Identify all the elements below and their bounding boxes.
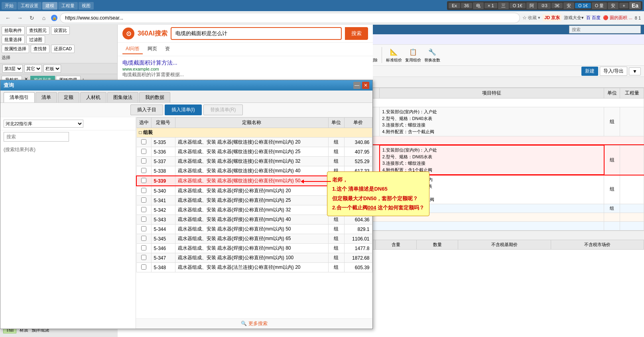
unit-z00233: [604, 213, 620, 222]
find-element-btn[interactable]: 查找图元: [26, 26, 49, 35]
table-row[interactable]: 5-346 疏水器组成、安装 疏水器(焊接)公称直径(mm以内) 80 组 14…: [136, 244, 372, 253]
import-export-btn[interactable]: 导入/导出: [600, 67, 627, 76]
so-nav-web[interactable]: 网页: [144, 44, 160, 54]
batch-select-btn[interactable]: 批量选择: [2, 35, 25, 44]
tab-quota[interactable]: 定额: [58, 92, 79, 102]
library-select[interactable]: 河北22指引库: [4, 120, 83, 128]
row-check-10[interactable]: [141, 236, 146, 241]
filter-element-btn[interactable]: 过滤图: [26, 35, 45, 44]
insert-sub-btn[interactable]: 插入子目: [130, 104, 163, 115]
group-bookmark[interactable]: 🔴 圆的面积 ...: [603, 15, 632, 21]
set-ratio-btn[interactable]: 设置比: [51, 26, 70, 35]
row-check-8[interactable]: [141, 217, 146, 222]
toolbar-reuse-price[interactable]: 📋 复用组价: [404, 46, 422, 64]
table-row[interactable]: 5-343 疏水器组成、安装 疏水器(焊接)公称直径(mm以内) 40 组 60…: [136, 215, 372, 225]
dialog-titlebar: 查询 — ✕: [0, 80, 372, 91]
taskbar-model[interactable]: 建模: [42, 2, 57, 10]
row-check-9[interactable]: [141, 226, 146, 231]
row-check-3[interactable]: [141, 168, 146, 173]
jd-icon[interactable]: JD 京东: [543, 14, 561, 21]
so-result-title[interactable]: 电缆截面积计算方法...: [122, 59, 368, 67]
so-logo-icon: ⊙: [122, 28, 134, 39]
row-check-2[interactable]: [141, 158, 146, 164]
so-nav-more[interactable]: 资: [162, 44, 173, 54]
dialog-close-btn[interactable]: ✕: [362, 82, 369, 89]
restore-cad-btn[interactable]: 还原CAD: [51, 45, 75, 53]
home-button[interactable]: ⌂: [39, 13, 49, 23]
back-button[interactable]: ←: [3, 13, 13, 23]
so-result-desc: 电缆截面积的计算需要根据...: [122, 71, 368, 78]
table-row[interactable]: 5-344 疏水器组成、安装 疏水器(焊接)公称直径(mm以内) 50 组 82…: [136, 225, 372, 234]
row-check-13[interactable]: [141, 264, 146, 270]
comment-q1: 1.这个 清单描述是DN65但定额最大才DN50，套那个定额呢？: [332, 184, 424, 203]
toolbar-std-price[interactable]: 📐 标准组价: [385, 46, 403, 64]
table-row[interactable]: 5-335 疏水器组成、安装 疏水器(螺纹连接)公称直径(mm以内) 20 组 …: [136, 138, 372, 147]
new-btn[interactable]: 新建: [581, 67, 598, 76]
row-check-12[interactable]: [141, 255, 146, 260]
find-replace-btn[interactable]: 查找替: [31, 45, 49, 53]
table-row[interactable]: 5-347 疏水器组成、安装 疏水器(焊接)公称直径(mm以内) 100 组 1…: [136, 253, 372, 263]
row-check-11[interactable]: [141, 245, 146, 250]
row-check-6[interactable]: [141, 197, 146, 203]
table-row[interactable]: 5-336 疏水器组成、安装 疏水器(螺纹连接)公称直径(mm以内) 25 组 …: [136, 147, 372, 157]
left-toolbar: 拾取构件 查找图元 设置比 批量选择 过滤图 按属性选择 查找替 还原CAD 选…: [0, 25, 117, 63]
row-check-0[interactable]: [141, 139, 146, 144]
bar-select[interactable]: 栏板: [43, 65, 61, 73]
reload-button[interactable]: ↻: [27, 13, 37, 23]
toolbar-replace-num[interactable]: 🔧 替换改数: [423, 46, 441, 64]
insert-list-btn[interactable]: 插入清单(I): [165, 104, 202, 115]
nav-extra-btn[interactable]: ▼: [629, 67, 641, 75]
dialog-tabs: 清单指引 清单 定额 人材机 图集做法 我的数据: [0, 91, 372, 103]
features-water-2: 1.安装部位(室内外)：入户处2.型号、规格：DN65水表3.连接形式：螺纹连接…: [380, 145, 604, 175]
game-bookmark[interactable]: 游戏大全▾: [564, 15, 584, 21]
row-check-5[interactable]: [141, 188, 146, 193]
taskbar-view[interactable]: 视图: [79, 2, 94, 10]
table-row[interactable]: 5-348 疏水器组成、安装 疏水器(法兰连接)公称直径(mm以内) 20 组 …: [136, 263, 372, 272]
baidu-bookmark[interactable]: 百 百度: [586, 15, 601, 21]
taskbar-settings[interactable]: 工程设置: [18, 2, 41, 10]
qty-z00233: [620, 213, 644, 222]
features-water-1: 1.安装部位(室内外)：入户处2.型号、规格：DN40水表3.连接形式：螺纹连接…: [380, 107, 604, 136]
tab-labor[interactable]: 人材机: [80, 92, 106, 102]
tab-atlas[interactable]: 图集做法: [107, 92, 138, 102]
row-check-7[interactable]: [141, 207, 146, 212]
arrow-head-left: [301, 179, 304, 183]
row-check-4[interactable]: [141, 178, 146, 183]
taskbar-quantity[interactable]: 工程量: [58, 2, 78, 10]
row-check-1[interactable]: [141, 149, 146, 154]
so-search-input[interactable]: [171, 27, 342, 40]
tab-my-data[interactable]: 我的数据: [139, 92, 170, 102]
insert-btn-row: 插入子目 插入清单(I) 替换清单(R): [0, 103, 372, 117]
taskbar: 开始 工程设置 建模 工程量 视图 Ex 36 电 × 1 三 O 1€ 阿 ②…: [0, 0, 644, 11]
pick-component-btn[interactable]: 拾取构件: [2, 26, 25, 35]
forward-button[interactable]: →: [15, 13, 25, 23]
so-search-btn[interactable]: 搜索: [345, 27, 368, 40]
taskbar-start[interactable]: 开始: [2, 2, 17, 10]
table-row[interactable]: 5-345 疏水器组成、安装 疏水器(焊接)公称直径(mm以内) 65 组 11…: [136, 234, 372, 244]
so-nav-ai[interactable]: AI问答: [122, 44, 143, 54]
header-quantity: 工程量: [620, 88, 644, 99]
replace-list-btn[interactable]: 替换清单(R): [203, 104, 243, 115]
so-header: ⊙ 360AI搜索 搜索: [118, 25, 373, 43]
group-header: □ 组装: [136, 128, 372, 138]
other-select[interactable]: 其它: [24, 65, 42, 73]
title-search-input[interactable]: [569, 26, 641, 34]
detail-col-base-price: 不含税基期价: [458, 240, 551, 250]
detail-col-qty: 数量: [417, 240, 458, 250]
attr-select-btn[interactable]: 按属性选择: [2, 45, 29, 53]
dialog-search-input[interactable]: [4, 132, 69, 142]
layer-select[interactable]: 第3层: [2, 65, 23, 73]
col-unit: 单位: [328, 118, 344, 128]
group-collapse-icon[interactable]: □: [139, 130, 142, 135]
more-search-btn[interactable]: 🔍 更多搜索: [241, 321, 267, 326]
so-content: 电缆截面积计算方法... www.example.com 电缆截面积的计算需要根…: [118, 56, 373, 81]
extra-bookmarks[interactable]: 8 1: [635, 16, 641, 20]
table-row[interactable]: 5-337 疏水器组成、安装 疏水器(螺纹连接)公称直径(mm以内) 32 组 …: [136, 157, 372, 166]
tab-list-guide[interactable]: 清单指引: [4, 92, 35, 102]
dialog-minimize-btn[interactable]: —: [353, 82, 360, 89]
unit-sub-338: [604, 222, 620, 231]
url-bar[interactable]: [60, 13, 520, 23]
dialog-left-panel: 河北22指引库 (搜索结果列表): [0, 117, 136, 329]
toolbar-sep-3: [382, 47, 382, 63]
tab-list[interactable]: 清单: [35, 92, 57, 102]
